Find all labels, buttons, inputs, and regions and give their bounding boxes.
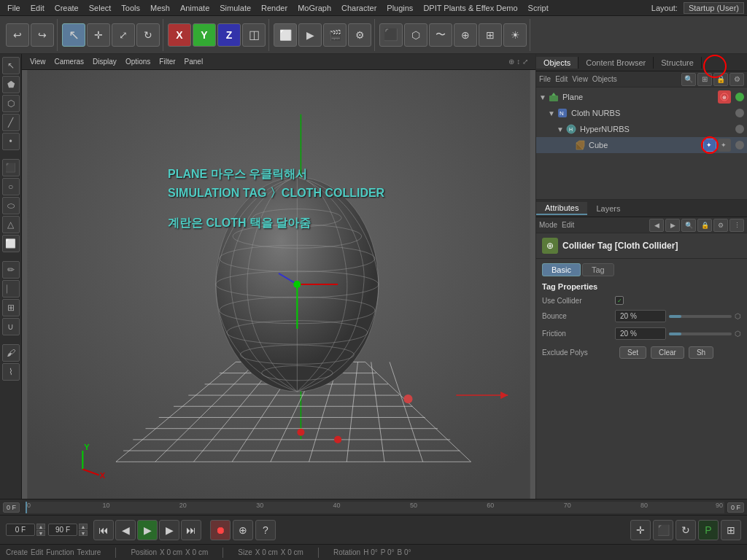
viewport-menu-view[interactable]: View bbox=[26, 57, 50, 66]
scale-keys-button[interactable]: ⬛ bbox=[653, 520, 673, 540]
prev-frame-button[interactable]: ◀ bbox=[115, 520, 136, 540]
status-create[interactable]: Create bbox=[6, 548, 28, 556]
select-button[interactable]: ↖ bbox=[62, 23, 85, 47]
playhead[interactable] bbox=[26, 502, 27, 513]
tool-bridge[interactable]: ∪ bbox=[2, 318, 20, 335]
axis-z-button[interactable]: Z bbox=[217, 23, 241, 47]
autokey-button[interactable]: P bbox=[698, 520, 719, 540]
menu-file[interactable]: File bbox=[3, 2, 25, 14]
hyper-nurbs-dot[interactable] bbox=[735, 125, 744, 133]
bounce-slider[interactable] bbox=[669, 315, 732, 318]
obj-row-plane[interactable]: ▼ Plane ⊕ bbox=[536, 89, 747, 105]
obj-toolbar-view[interactable]: View bbox=[572, 75, 588, 83]
viewport-menu-cameras[interactable]: Cameras bbox=[51, 57, 88, 66]
render-button[interactable]: 🎬 bbox=[323, 23, 347, 47]
plane-tag-collider[interactable]: ⊕ bbox=[718, 90, 731, 104]
obj-row-cube[interactable]: Cube ✦ ✦ bbox=[536, 137, 747, 153]
render-vp-button[interactable]: ▶ bbox=[298, 23, 322, 47]
menu-select[interactable]: Select bbox=[85, 2, 116, 14]
cube-tag-cloth[interactable]: ✦ bbox=[703, 139, 716, 152]
obj-row-cloth-nurbs[interactable]: ▼ N Cloth NURBS bbox=[536, 105, 747, 121]
attr-tab-basic[interactable]: Basic bbox=[542, 263, 581, 276]
tab-structure[interactable]: Structure bbox=[654, 57, 702, 69]
tool-sphere[interactable]: ○ bbox=[2, 178, 20, 195]
tab-layers[interactable]: Layers bbox=[587, 203, 629, 214]
menu-mograph[interactable]: MoGraph bbox=[293, 2, 336, 14]
status-function[interactable]: Function bbox=[46, 548, 74, 556]
rotate-button[interactable]: ↻ bbox=[136, 23, 160, 47]
menu-tools[interactable]: Tools bbox=[117, 2, 144, 14]
obj-toolbar-file[interactable]: File bbox=[539, 75, 551, 83]
tool-cone[interactable]: △ bbox=[2, 216, 20, 233]
bounce-input[interactable] bbox=[615, 310, 666, 322]
obj-toolbar-edit[interactable]: Edit bbox=[555, 75, 568, 83]
viewport-area[interactable]: Perspective bbox=[22, 70, 535, 499]
next-frame-button[interactable]: ▶ bbox=[159, 520, 179, 540]
exclude-set-button[interactable]: Set bbox=[619, 346, 646, 359]
attr-next-btn[interactable]: ▶ bbox=[665, 219, 680, 232]
frame-up-btn[interactable]: ▲ bbox=[36, 524, 45, 529]
menu-script[interactable]: Script bbox=[524, 2, 553, 14]
tool-sculpt[interactable]: ⌇ bbox=[2, 363, 20, 381]
attr-settings-btn[interactable]: ⚙ bbox=[713, 219, 728, 232]
attr-prev-btn[interactable]: ◀ bbox=[649, 219, 664, 232]
obj-filter-btn[interactable]: ⊞ bbox=[697, 73, 712, 86]
primitive-cube-button[interactable]: ⬛ bbox=[379, 23, 403, 47]
end-frame-down-btn[interactable]: ▼ bbox=[79, 530, 88, 536]
obj-row-hyper-nurbs[interactable]: ▼ H HyperNURBS bbox=[536, 121, 747, 137]
attr-mode-label[interactable]: Mode bbox=[539, 221, 557, 229]
camera-button[interactable]: ⊞ bbox=[479, 23, 502, 47]
record-button[interactable]: ⏺ bbox=[210, 520, 231, 540]
generator-button[interactable]: ⊕ bbox=[454, 23, 477, 47]
viewport-menu-filter[interactable]: Filter bbox=[155, 57, 179, 66]
attr-edit-label[interactable]: Edit bbox=[562, 221, 574, 229]
current-frame-input[interactable] bbox=[6, 524, 35, 536]
obj-lock-btn[interactable]: 🔒 bbox=[713, 73, 728, 86]
loop-button[interactable]: ↻ bbox=[676, 520, 696, 540]
object-space-button[interactable]: ◫ bbox=[242, 23, 266, 47]
light-button[interactable]: ☀ bbox=[503, 23, 527, 47]
axis-x-button[interactable]: X bbox=[168, 23, 191, 47]
frame-down-btn[interactable]: ▼ bbox=[36, 530, 45, 536]
scale-button[interactable]: ⤢ bbox=[112, 23, 135, 47]
attr-more-btn[interactable]: ⋮ bbox=[729, 219, 744, 232]
tool-pen[interactable]: ✏ bbox=[2, 261, 20, 279]
tool-paint[interactable]: 🖌 bbox=[2, 344, 20, 362]
spline-button[interactable]: 〜 bbox=[429, 23, 452, 47]
obj-search-btn[interactable]: 🔍 bbox=[681, 73, 696, 86]
deformer-button[interactable]: ⬡ bbox=[404, 23, 427, 47]
tool-extrude[interactable]: ⊞ bbox=[2, 299, 20, 316]
move-button[interactable]: ✛ bbox=[87, 23, 110, 47]
use-collider-checkbox[interactable]: ✓ bbox=[615, 296, 624, 305]
tool-live-select[interactable]: ⬟ bbox=[2, 76, 20, 93]
play-button[interactable]: ▶ bbox=[137, 520, 158, 540]
friction-arrows[interactable]: ⬡ bbox=[735, 330, 741, 338]
undo-button[interactable]: ↩ bbox=[6, 23, 29, 47]
tool-knife[interactable]: ⎸ bbox=[2, 280, 20, 298]
tool-tweak[interactable]: ↖ bbox=[2, 57, 20, 74]
layout-value[interactable]: Startup (User) bbox=[684, 2, 744, 14]
end-frame-up-btn[interactable]: ▲ bbox=[79, 524, 88, 529]
bounce-arrows[interactable]: ⬡ bbox=[735, 312, 741, 320]
cube-tag-extra[interactable]: ✦ bbox=[718, 139, 731, 152]
status-texture[interactable]: Texture bbox=[77, 548, 101, 556]
friction-input[interactable] bbox=[615, 327, 666, 340]
cloth-nurbs-dot[interactable] bbox=[735, 109, 744, 117]
tool-box[interactable]: ⬛ bbox=[2, 159, 20, 176]
tab-content-browser[interactable]: Content Browser bbox=[578, 57, 654, 69]
timeline-settings-button[interactable]: ⊞ bbox=[721, 520, 741, 540]
render-region-button[interactable]: ⬜ bbox=[274, 23, 297, 47]
menu-simulate[interactable]: Simulate bbox=[215, 2, 255, 14]
goto-end-button[interactable]: ⏭ bbox=[181, 520, 201, 540]
tab-objects[interactable]: Objects bbox=[536, 57, 578, 69]
attr-lock-btn[interactable]: 🔒 bbox=[697, 219, 712, 232]
help-button[interactable]: ? bbox=[255, 520, 276, 540]
tool-cylinder[interactable]: ⬭ bbox=[2, 197, 20, 214]
friction-slider[interactable] bbox=[669, 332, 732, 335]
menu-dpit[interactable]: DPIT Plants & Effex Demo bbox=[419, 2, 522, 14]
obj-toolbar-objects[interactable]: Objects bbox=[592, 75, 617, 83]
exclude-clear-button[interactable]: Clear bbox=[651, 346, 684, 359]
viewport-menu-options[interactable]: Options bbox=[122, 57, 154, 66]
attr-tab-tag[interactable]: Tag bbox=[582, 263, 614, 276]
render-settings-button[interactable]: ⚙ bbox=[348, 23, 371, 47]
